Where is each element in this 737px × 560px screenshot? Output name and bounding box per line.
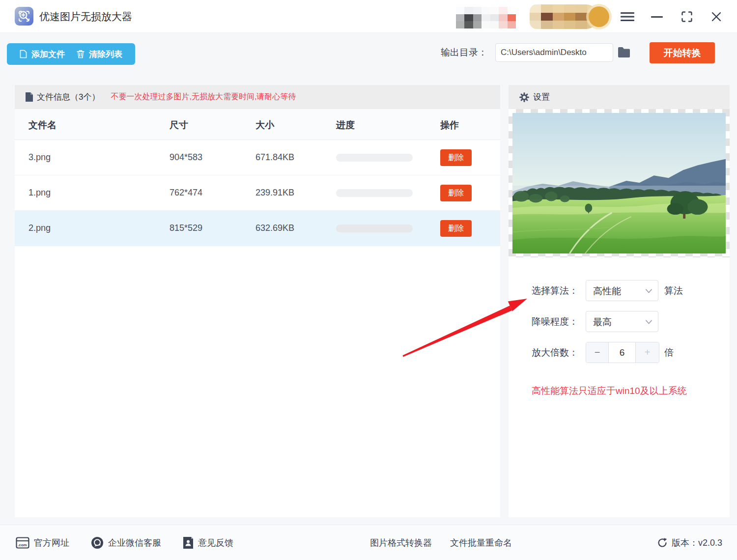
table-row[interactable]: 1.png 762*474 239.91KB 删除 — [15, 175, 500, 211]
official-site-label: 官方网址 — [34, 537, 69, 549]
file-size: 671.84KB — [255, 152, 294, 163]
file-icon — [20, 50, 27, 58]
app-title: 优速图片无损放大器 — [39, 0, 132, 33]
output-dir-input[interactable] — [495, 43, 613, 62]
wechat-service-label: 企业微信客服 — [108, 537, 161, 549]
maximize-button[interactable] — [679, 9, 695, 25]
file-panel-header: 文件信息（3个） 不要一次处理过多图片,无损放大需要时间,请耐心等待 — [15, 85, 500, 109]
file-panel-title: 文件信息（3个） — [37, 91, 100, 103]
add-files-button[interactable]: 添加文件 — [14, 49, 71, 60]
browse-folder-button[interactable] — [617, 46, 632, 59]
scale-label: 放大倍数： — [532, 346, 578, 359]
algorithm-setting-row: 选择算法： 高性能 算法 — [509, 280, 730, 301]
minimize-button[interactable] — [649, 9, 665, 25]
feedback-doc-icon — [183, 536, 194, 549]
chevron-down-icon — [646, 320, 652, 324]
svg-text:.com: .com — [18, 543, 27, 547]
preview-area — [509, 109, 730, 257]
close-button[interactable] — [708, 9, 725, 25]
official-site-link[interactable]: .com 官方网址 — [16, 525, 69, 560]
file-size: 239.91KB — [255, 188, 294, 198]
denoise-value: 最高 — [593, 316, 612, 329]
column-filesize: 大小 — [255, 119, 274, 132]
file-list-panel: 文件信息（3个） 不要一次处理过多图片,无损放大需要时间,请耐心等待 文件名 尺… — [15, 85, 500, 517]
file-name: 3.png — [28, 152, 51, 163]
batch-rename-link[interactable]: 文件批量重命名 — [450, 525, 512, 560]
chat-bubble-icon — [91, 536, 104, 549]
footer: .com 官方网址 企业微信客服 意见反馈 图片格式转换器 文件批量重命名 版本… — [0, 525, 737, 560]
progress-bar — [336, 224, 413, 232]
feedback-link[interactable]: 意见反馈 — [183, 525, 233, 560]
table-row-selected[interactable]: 2.png 815*529 632.69KB 删除 — [15, 211, 500, 246]
scale-stepper: − 6 + — [586, 342, 659, 363]
table-header: 文件名 尺寸 大小 进度 操作 — [15, 109, 500, 140]
batch-rename-label: 文件批量重命名 — [450, 537, 512, 549]
column-size: 尺寸 — [170, 119, 188, 132]
file-panel-warning: 不要一次处理过多图片,无损放大需要时间,请耐心等待 — [111, 92, 296, 102]
wechat-service-link[interactable]: 企业微信客服 — [91, 525, 161, 560]
blurred-badge — [530, 4, 598, 29]
format-converter-link[interactable]: 图片格式转换器 — [370, 525, 432, 560]
output-dir-label: 输出目录： — [441, 46, 487, 59]
file-name: 1.png — [28, 188, 51, 198]
titlebar: 优速图片无损放大器 — [0, 0, 737, 33]
algorithm-label: 选择算法： — [532, 284, 578, 297]
denoise-setting-row: 降噪程度： 最高 — [509, 311, 730, 332]
preview-image — [512, 113, 726, 253]
file-dimensions: 762*474 — [170, 188, 202, 198]
denoise-select[interactable]: 最高 — [586, 311, 658, 332]
clear-list-button[interactable]: 清除列表 — [71, 49, 128, 60]
scale-suffix: 倍 — [664, 346, 674, 359]
settings-panel: 设置 — [509, 85, 730, 517]
scale-setting-row: 放大倍数： − 6 + 倍 — [509, 342, 730, 363]
progress-bar — [336, 189, 413, 197]
file-size: 632.69KB — [255, 223, 294, 233]
algorithm-note: 高性能算法只适应于win10及以上系统 — [532, 385, 687, 397]
increase-button[interactable]: + — [635, 342, 659, 363]
column-progress: 进度 — [336, 119, 355, 132]
blurred-badge-end — [589, 6, 609, 27]
format-converter-label: 图片格式转换器 — [370, 537, 432, 549]
file-dimensions: 815*529 — [170, 223, 202, 233]
start-convert-button[interactable]: 开始转换 — [650, 42, 715, 63]
settings-header: 设置 — [509, 85, 730, 109]
chevron-down-icon — [646, 289, 652, 293]
column-name: 文件名 — [28, 119, 57, 132]
settings-title: 设置 — [533, 91, 550, 103]
decrease-button[interactable]: − — [586, 342, 609, 363]
delete-button[interactable]: 删除 — [440, 220, 472, 237]
scale-value: 6 — [609, 342, 635, 363]
column-action: 操作 — [440, 119, 459, 132]
algorithm-value: 高性能 — [593, 285, 621, 298]
delete-button[interactable]: 删除 — [440, 185, 472, 201]
gear-icon — [519, 92, 529, 102]
progress-bar — [336, 154, 413, 162]
denoise-label: 降噪程度： — [532, 315, 578, 328]
clear-list-label: 清除列表 — [89, 49, 122, 60]
version-info: 版本：v2.0.3 — [657, 525, 722, 560]
app-logo-icon — [15, 7, 33, 26]
document-icon — [26, 92, 33, 102]
blurred-user-info — [456, 7, 516, 28]
delete-button[interactable]: 删除 — [440, 149, 472, 166]
refresh-icon[interactable] — [657, 537, 668, 548]
toolbar-button-group: 添加文件 清除列表 — [7, 43, 135, 65]
folder-icon — [617, 46, 632, 59]
menu-button[interactable] — [619, 9, 636, 25]
table-row[interactable]: 3.png 904*583 671.84KB 删除 — [15, 140, 500, 175]
version-label: 版本：v2.0.3 — [672, 537, 722, 549]
add-files-label: 添加文件 — [31, 49, 65, 60]
algorithm-select[interactable]: 高性能 — [586, 280, 658, 301]
algorithm-suffix: 算法 — [664, 284, 683, 297]
feedback-label: 意见反馈 — [198, 537, 233, 549]
trash-icon — [77, 50, 85, 58]
file-dimensions: 904*583 — [170, 152, 202, 163]
file-name: 2.png — [28, 223, 51, 233]
dot-com-icon: .com — [16, 537, 29, 549]
